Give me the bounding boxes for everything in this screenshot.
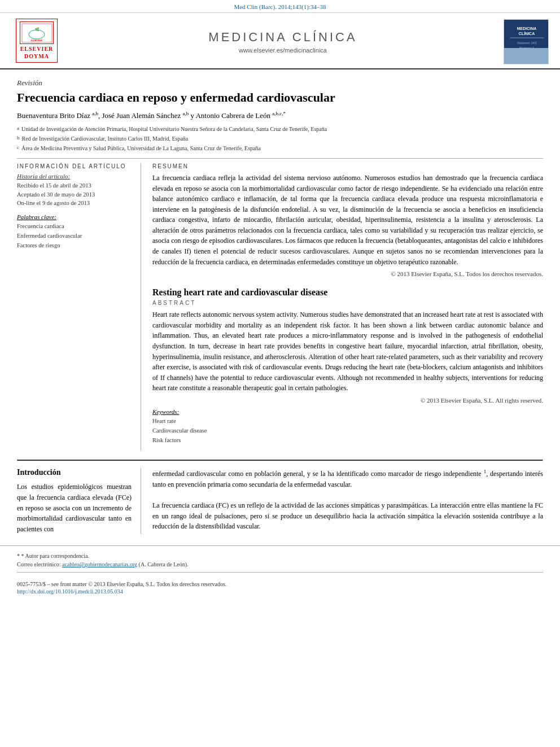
journal-title-area: MEDICINA CLÍNICA www.elsevier.es/medicin…	[62, 30, 504, 54]
email-link[interactable]: acableo@gobiernodecanarias.org	[62, 561, 137, 567]
affil-c: Área de Medicina Preventiva y Salud Públ…	[21, 144, 261, 152]
intro-right-text: enfermedad cardiovascular como en poblac…	[152, 468, 543, 532]
page: Med Clin (Barc). 2014;143(1):34–38 🌿 ELS…	[0, 0, 560, 747]
journal-cover-image: MEDICINA CLÍNICA MEDICINA CLÍNICA Volume…	[504, 19, 549, 64]
keyword-3-en: Risk factors	[152, 436, 543, 445]
doi-link: http://dx.doi.org/10.1016/j.medcli.2013.…	[17, 588, 543, 595]
article-content: Revisión Frecuencia cardiaca en reposo y…	[0, 78, 560, 534]
section-label: Revisión	[17, 78, 543, 88]
resumen-text: La frecuencia cardiaca refleja la activi…	[152, 173, 543, 267]
footnote-text: * Autor para correspondencia.	[21, 553, 90, 559]
bottom-divider	[17, 460, 543, 461]
affil-a: Unidad de Investigación de Atención Prim…	[21, 125, 327, 133]
keywords-title-en: Keywords:	[152, 408, 543, 415]
intro-heading: Introducción	[17, 468, 132, 477]
svg-point-2	[29, 30, 45, 39]
footer: * * Autor para correspondencia. Correo e…	[0, 545, 560, 598]
affiliations: a Unidad de Investigación de Atención Pr…	[17, 125, 543, 152]
keyword-1-en: Heart rate	[152, 417, 543, 426]
svg-text:Número 1: Número 1	[519, 46, 535, 50]
footnote-star: *	[17, 553, 21, 559]
resumen-title: RESUMEN	[152, 163, 543, 169]
journal-url: www.elsevier.es/medicinaclinica	[62, 47, 504, 54]
keyword-2-es: Enfermedad cardiovascular	[17, 231, 132, 241]
article-info-column: INFORMACIÓN DEL ARTÍCULO Historia del ar…	[17, 163, 141, 451]
email-label: Correo electrónico:	[17, 561, 60, 567]
english-title: Resting heart rate and cardiovascular di…	[152, 287, 543, 298]
svg-text:ELSEVIER: ELSEVIER	[31, 39, 42, 42]
intro-left-text: Los estudios epidemiológicos muestran qu…	[17, 482, 132, 534]
affil-b: Red de Investigación Cardiovascular, Ins…	[22, 134, 189, 143]
footer-email-line: Correo electrónico: acableo@gobiernodeca…	[17, 560, 543, 569]
resumen-copyright: © 2013 Elsevier España, S.L. Todos los d…	[152, 270, 543, 277]
doyma-label: DOYMA	[20, 53, 54, 60]
keywords-subsection-en: Keywords: Heart rate Cardiovascular dise…	[152, 408, 543, 445]
abstract-label: ABSTRACT	[152, 300, 543, 306]
history-subsection: Historia del artículo: Recibido el 15 de…	[17, 173, 132, 208]
info-section-title: INFORMACIÓN DEL ARTÍCULO	[17, 163, 132, 169]
svg-text:Volumen 143: Volumen 143	[517, 41, 537, 45]
keyword-2-en: Cardiovascular disease	[152, 426, 543, 436]
elsevier-label: ELSEVIER	[20, 45, 54, 53]
keywords-title-es: Palabras clave:	[17, 213, 132, 220]
svg-rect-5	[504, 48, 549, 64]
received-date: Recibido el 15 de abril de 2013	[17, 181, 132, 190]
journal-title: MEDICINA CLÍNICA	[62, 30, 504, 45]
accepted-date: Aceptado el 30 de mayo de 2013	[17, 190, 132, 199]
introduction-section: Introducción Los estudios epidemiológico…	[17, 468, 543, 534]
elsevier-doyma-logo: 🌿 ELSEVIER ELSEVIER DOYMA	[16, 19, 58, 63]
svg-text:🌿: 🌿	[34, 27, 39, 32]
abstract-column: RESUMEN La frecuencia cardiaca refleja l…	[152, 163, 543, 451]
online-date: On-line el 9 de agosto de 2013	[17, 199, 132, 208]
history-title: Historia del artículo:	[17, 173, 132, 180]
header: 🌿 ELSEVIER ELSEVIER DOYMA MEDICINA CLÍNI…	[0, 13, 560, 69]
intro-left: Introducción Los estudios epidemiológico…	[17, 468, 141, 534]
issn-note: 0025-7753/$ – see front matter © 2013 El…	[17, 580, 543, 588]
authors-line: Buenaventura Brito Díaz a,b, José Juan A…	[17, 111, 543, 120]
svg-text:MEDICINA: MEDICINA	[517, 27, 537, 30]
keyword-3-es: Factores de riesgo	[17, 241, 132, 251]
abstract-text-en: Heart rate reflects autonomic nervous sy…	[152, 309, 543, 394]
abstract-copyright-en: © 2013 Elsevier España, S.L. All rights …	[152, 397, 543, 404]
article-title: Frecuencia cardiaca en reposo y enfermed…	[17, 90, 543, 106]
svg-text:CLÍNICA: CLÍNICA	[519, 31, 535, 36]
publisher-logo: 🌿 ELSEVIER ELSEVIER DOYMA	[11, 19, 62, 65]
keywords-subsection-es: Palabras clave: Frecuencia cardiaca Enfe…	[17, 213, 132, 250]
citation-text: Med Clin (Barc). 2014;143(1):34–38	[234, 3, 326, 10]
info-abstract-section: INFORMACIÓN DEL ARTÍCULO Historia del ar…	[17, 163, 543, 451]
citation-bar: Med Clin (Barc). 2014;143(1):34–38	[0, 0, 560, 13]
divider-1	[17, 158, 543, 159]
email-person: (A. Cabrera de León).	[139, 561, 189, 567]
intro-right: enfermedad cardiovascular como en poblac…	[152, 468, 543, 534]
footer-star-note: * * Autor para correspondencia.	[17, 552, 543, 560]
keyword-1-es: Frecuencia cardiaca	[17, 222, 132, 231]
